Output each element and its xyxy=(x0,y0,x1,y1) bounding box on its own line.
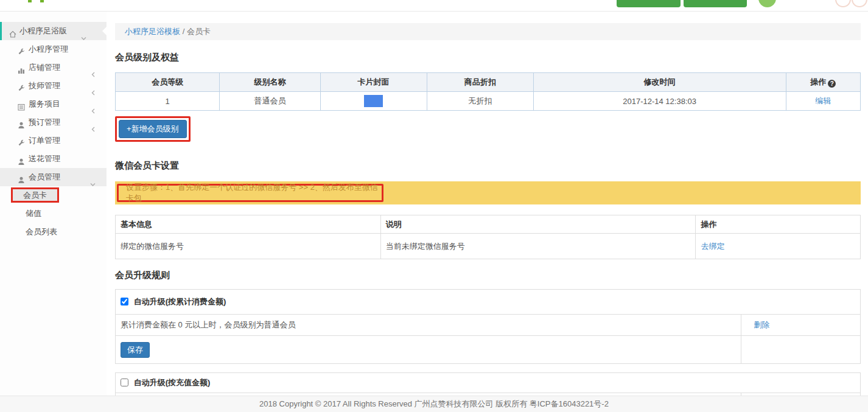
annotation-box: 设置步骤：1、首先绑定一个认证过的微信服务号 >> 2、然后发布至微信卡包 xyxy=(117,184,383,202)
cell-name: 普通会员 xyxy=(220,92,320,111)
topbar-icon-button-1[interactable] xyxy=(835,0,851,7)
breadcrumb-root-link[interactable]: 小程序足浴模板 xyxy=(125,27,180,36)
cell-discount: 无折扣 xyxy=(427,92,533,111)
member-levels-table: 会员等级 级别名称 卡片封面 商品折扣 修改时间 操作 1 普通会员 无折扣 2… xyxy=(115,72,861,111)
cell-grade: 1 xyxy=(116,92,220,111)
sidebar-item-flowers[interactable]: 送花管理 xyxy=(0,150,107,168)
wrench-icon xyxy=(17,45,26,54)
annotation-box: 会员卡 xyxy=(11,187,59,203)
table-row: 1 普通会员 无折扣 2017-12-14 12:38:03 编辑 xyxy=(116,92,861,111)
sidebar-item-label: 储值 xyxy=(26,209,41,218)
wrench-icon xyxy=(17,136,26,145)
sidebar-item-technician[interactable]: 技师管理 xyxy=(0,77,107,95)
help-icon[interactable] xyxy=(828,80,836,88)
breadcrumb: 小程序足浴模板 / 会员卡 xyxy=(115,23,861,40)
sidebar-item-label: 送花管理 xyxy=(29,154,60,163)
sidebar-item-label: 会员卡 xyxy=(23,190,47,200)
footer: 2018 Copyright © 2017 All Rights Reserve… xyxy=(0,396,868,412)
sidebar-item-label: 小程序足浴版 xyxy=(19,26,67,35)
sidebar-item-booking[interactable]: 预订管理 xyxy=(0,113,107,131)
cell-description: 当前未绑定微信服务号 xyxy=(380,234,696,259)
logo-fragment xyxy=(40,0,44,2)
section-title-levels: 会员级别及权益 xyxy=(115,52,861,62)
admin-page: 小程序足浴版 小程序管理 店铺管理 技师管理 xyxy=(0,0,868,412)
table-header-row: 基本信息 说明 操作 xyxy=(116,215,861,234)
cell-modified: 2017-12-14 12:38:03 xyxy=(533,92,786,111)
empty-cell xyxy=(741,336,861,364)
sidebar-item-stored-value[interactable]: 储值 xyxy=(0,204,107,223)
sidebar-item-member-list[interactable]: 会员列表 xyxy=(0,223,107,241)
main-content: 小程序足浴模板 / 会员卡 会员级别及权益 会员等级 级别名称 卡片封面 商品折… xyxy=(107,12,868,412)
sidebar-item-label: 小程序管理 xyxy=(29,44,68,54)
setup-steps-text: 设置步骤：1、首先绑定一个认证过的微信服务号 >> 2、然后发布至微信卡包 xyxy=(126,182,382,204)
topbar-icon-button-2[interactable] xyxy=(852,0,867,7)
breadcrumb-separator: / xyxy=(183,27,185,36)
wrench-icon xyxy=(17,82,26,90)
auto-upgrade-recharge-checkbox[interactable] xyxy=(121,379,128,386)
logo-fragment xyxy=(28,0,32,2)
setup-steps-alert: 设置步骤：1、首先绑定一个认证过的微信服务号 >> 2、然后发布至微信卡包 xyxy=(115,181,861,204)
list-icon xyxy=(17,100,26,108)
sidebar-item-label: 店铺管理 xyxy=(29,63,60,72)
checkbox-label: 自动升级(按累计消费金额) xyxy=(134,297,226,306)
sidebar-item-member-card[interactable]: 会员卡 xyxy=(0,186,107,204)
table-row: 绑定的微信服务号 当前未绑定微信服务号 去绑定 xyxy=(116,234,861,259)
sidebar: 小程序足浴版 小程序管理 店铺管理 技师管理 xyxy=(0,12,107,412)
bar-chart-icon xyxy=(17,63,26,72)
sidebar-item-miniprogram[interactable]: 小程序管理 xyxy=(0,40,107,58)
col-header-discount: 商品折扣 xyxy=(427,73,533,92)
section-title-wechat: 微信会员卡设置 xyxy=(115,161,861,170)
sidebar-item-label: 会员列表 xyxy=(26,227,57,236)
col-header-cover: 卡片封面 xyxy=(320,73,427,92)
sidebar-item-members[interactable]: 会员管理 xyxy=(0,168,107,186)
save-row: 保存 xyxy=(116,336,861,364)
save-button[interactable]: 保存 xyxy=(121,342,150,358)
breadcrumb-current: 会员卡 xyxy=(187,27,211,36)
card-cover-thumbnail xyxy=(364,95,383,107)
sidebar-item-orders[interactable]: 订单管理 xyxy=(0,131,107,150)
col-header-description: 说明 xyxy=(380,215,696,234)
consumption-rule-box: 自动升级(按累计消费金额) 累计消费金额在 0 元以上时，会员级别为普通会员 删… xyxy=(115,289,861,364)
sidebar-item-label: 订单管理 xyxy=(29,136,60,145)
table-header-row: 会员等级 级别名称 卡片封面 商品折扣 修改时间 操作 xyxy=(116,73,861,92)
sidebar-item-label: 服务项目 xyxy=(29,99,60,108)
wechat-binding-table: 基本信息 说明 操作 绑定的微信服务号 当前未绑定微信服务号 去绑定 xyxy=(115,215,861,259)
sidebar-item-services[interactable]: 服务项目 xyxy=(0,95,107,113)
sidebar-item-root[interactable]: 小程序足浴版 xyxy=(0,22,107,40)
cell-cover xyxy=(320,92,427,111)
delete-link[interactable]: 删除 xyxy=(754,320,769,329)
col-header-actions: 操作 xyxy=(786,73,860,92)
col-header-modified: 修改时间 xyxy=(533,73,786,92)
col-header-grade: 会员等级 xyxy=(116,73,220,92)
col-header-name: 级别名称 xyxy=(220,73,320,92)
rule-header-row: 自动升级(按累计消费金额) xyxy=(116,290,861,315)
topbar-green-button-1[interactable] xyxy=(617,0,681,7)
cell-info: 绑定的微信服务号 xyxy=(116,234,381,259)
sidebar-item-label: 技师管理 xyxy=(29,81,60,90)
user-icon xyxy=(17,155,26,163)
sidebar-item-shop[interactable]: 店铺管理 xyxy=(0,58,107,77)
rule-header-row: 自动升级(按充值金额) xyxy=(116,373,861,393)
user-icon xyxy=(17,173,26,181)
cell-action: 去绑定 xyxy=(696,234,861,259)
add-member-level-button[interactable]: +新增会员级别 xyxy=(119,120,187,138)
sidebar-item-label: 预订管理 xyxy=(29,117,60,127)
user-icon xyxy=(17,118,26,127)
edit-link[interactable]: 编辑 xyxy=(815,96,831,105)
home-icon xyxy=(9,27,17,35)
copyright-text: 2018 Copyright © 2017 All Rights Reserve… xyxy=(259,399,609,408)
top-bar xyxy=(0,0,868,12)
user-avatar[interactable] xyxy=(758,0,776,7)
col-header-actions: 操作 xyxy=(696,215,861,234)
auto-upgrade-consumption-checkbox[interactable] xyxy=(121,298,128,306)
annotation-box: +新增会员级别 xyxy=(115,116,191,142)
col-header-info: 基本信息 xyxy=(116,215,381,234)
cell-action: 编辑 xyxy=(786,92,860,111)
section-title-upgrade: 会员升级规则 xyxy=(115,270,861,280)
rule-row: 累计消费金额在 0 元以上时，会员级别为普通会员 删除 xyxy=(116,315,861,336)
rule-text: 累计消费金额在 0 元以上时，会员级别为普通会员 xyxy=(116,315,741,336)
topbar-green-button-2[interactable] xyxy=(684,0,747,7)
sidebar-item-label: 会员管理 xyxy=(29,172,60,181)
checkbox-label: 自动升级(按充值金额) xyxy=(134,378,211,387)
go-bind-link[interactable]: 去绑定 xyxy=(701,242,724,251)
